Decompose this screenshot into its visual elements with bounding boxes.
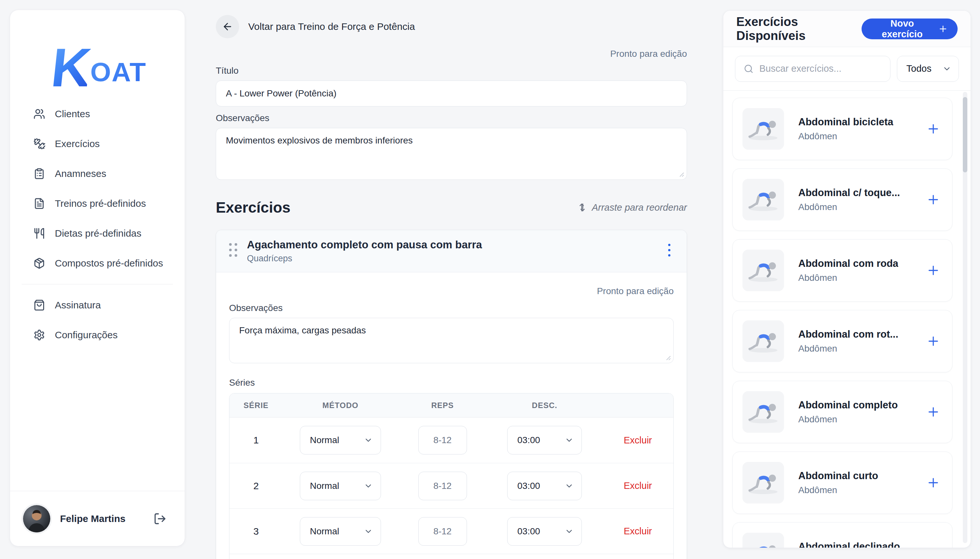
sidebar-item-label: Assinatura — [55, 299, 101, 311]
arrows-up-down-icon — [577, 202, 587, 213]
koat-logo: K OAT — [10, 10, 185, 92]
chevron-down-icon — [565, 527, 574, 536]
sidebar-item-label: Dietas pré-definidas — [55, 228, 142, 239]
muscle-filter-select[interactable]: Todos — [897, 56, 959, 82]
sidebar-item[interactable]: Configurações — [10, 320, 185, 350]
method-select[interactable]: Normal — [300, 426, 381, 455]
col-header-reps: REPS — [398, 401, 487, 410]
resize-grip-icon[interactable] — [664, 354, 671, 361]
exercise-notes-textarea[interactable]: Força máxima, cargas pesadas — [229, 318, 674, 363]
reorder-hint: Arraste para reordenar — [577, 202, 687, 213]
delete-series-button[interactable]: Excluir — [624, 526, 652, 537]
exercise-name: Abdominal c/ toque... — [798, 187, 900, 198]
delete-series-button[interactable]: Excluir — [624, 480, 652, 491]
sidebar-item[interactable]: Treinos pré-definidos — [10, 189, 185, 218]
exercise-list-item[interactable]: Abdominal com rot... Abdômen — [733, 310, 952, 372]
panel-header: Exercícios Disponíveis Novo exercício — [723, 11, 970, 47]
exercise-card: Agachamento completo com pausa com barra… — [216, 230, 687, 559]
serie-number: 1 — [229, 435, 283, 446]
add-exercise-icon[interactable] — [926, 122, 940, 136]
sidebar-item-label: Compostos pré-definidos — [55, 258, 163, 269]
chevron-down-icon — [364, 527, 373, 536]
notes-textarea[interactable]: Movimentos explosivos de membros inferio… — [216, 128, 687, 180]
exercise-name: Abdominal com roda — [798, 258, 898, 270]
back-row: Voltar para Treino de Força e Potência — [216, 15, 687, 38]
exercise-title: Agachamento completo com pausa com barra — [247, 238, 482, 251]
sidebar-item[interactable]: Clientes — [10, 99, 185, 129]
col-header-serie: SÉRIE — [229, 401, 283, 410]
user-name: Felipe Martins — [60, 513, 125, 524]
new-exercise-button[interactable]: Novo exercício — [861, 18, 958, 39]
serie-number: 2 — [229, 480, 283, 491]
settings-icon — [33, 329, 45, 341]
chevron-down-icon — [942, 64, 952, 73]
add-exercise-icon[interactable] — [926, 476, 940, 490]
exercise-name: Abdominal bicicleta — [798, 116, 893, 128]
sidebar-item[interactable]: Compostos pré-definidos — [10, 248, 185, 278]
exercise-thumbnail — [742, 391, 784, 433]
exercise-thumbnail — [742, 108, 784, 150]
exercise-list-item[interactable]: Abdominal bicicleta Abdômen — [733, 98, 952, 160]
series-row: 2 Normal 03:00 — [229, 463, 673, 508]
exercise-muscle-group: Abdômen — [798, 202, 900, 212]
delete-series-button[interactable]: Excluir — [624, 435, 652, 446]
exercise-name: Abdominal curto — [798, 470, 878, 482]
exercise-list: Abdominal bicicleta Abdômen — [723, 91, 970, 547]
exercise-list-item[interactable]: Abdominal completo Abdômen — [733, 381, 952, 443]
user-row: Felipe Martins — [10, 491, 185, 546]
exercise-name: Abdominal declinado — [798, 541, 900, 547]
search-box[interactable] — [735, 56, 891, 82]
exercise-muscle-group: Abdômen — [798, 344, 898, 354]
back-label[interactable]: Voltar para Treino de Força e Potência — [248, 21, 415, 32]
search-input[interactable] — [759, 63, 882, 74]
rest-select[interactable]: 03:00 — [507, 472, 582, 500]
sidebar-item-label: Clientes — [55, 108, 90, 119]
exercises-heading: Exercícios — [216, 198, 290, 216]
exercise-list-item[interactable]: Abdominal com roda Abdômen — [733, 239, 952, 301]
exercise-list-item[interactable]: Abdominal c/ toque... Abdômen — [733, 169, 952, 231]
back-button[interactable] — [216, 15, 239, 38]
series-table: SÉRIE MÉTODO REPS DESC. 1 Normal — [229, 393, 674, 559]
package-icon — [33, 258, 45, 269]
rest-select[interactable]: 03:00 — [507, 517, 582, 546]
exercise-list-item[interactable]: Abdominal curto Abdômen — [733, 452, 952, 514]
sidebar-item-label: Exercícios — [55, 138, 100, 149]
method-select[interactable]: Normal — [300, 517, 381, 546]
title-input[interactable] — [216, 81, 687, 106]
logo-letter-k: K — [49, 44, 91, 92]
kebab-menu-icon[interactable] — [665, 241, 674, 260]
add-exercise-icon[interactable] — [926, 405, 940, 419]
add-exercise-icon[interactable] — [926, 334, 940, 348]
utensils-icon — [33, 228, 45, 239]
reps-input[interactable] — [418, 472, 467, 500]
serie-number: 3 — [229, 526, 283, 537]
add-exercise-icon[interactable] — [926, 192, 940, 207]
scrollbar-thumb[interactable] — [963, 97, 967, 172]
exercise-name: Abdominal completo — [798, 399, 898, 411]
series-row: 1 Normal 03:00 — [229, 417, 673, 463]
reps-input[interactable] — [418, 426, 467, 455]
add-exercise-icon[interactable] — [926, 546, 940, 547]
clipboard-icon — [33, 168, 45, 180]
reps-input[interactable] — [418, 517, 467, 546]
sidebar-item[interactable]: Anamneses — [10, 159, 185, 189]
sidebar-item[interactable]: Exercícios — [10, 129, 185, 159]
exercise-muscle-group: Abdômen — [798, 485, 878, 495]
add-exercise-icon[interactable] — [926, 263, 940, 278]
exercise-status: Pronto para edição — [229, 286, 674, 296]
avatar — [23, 505, 50, 533]
panel-scrollbar[interactable] — [963, 92, 967, 543]
chevron-down-icon — [364, 436, 373, 445]
sidebar-item[interactable]: Dietas pré-definidas — [10, 218, 185, 248]
resize-grip-icon[interactable] — [677, 170, 685, 177]
arrow-left-icon — [222, 21, 233, 32]
chevron-down-icon — [364, 481, 373, 491]
rest-select[interactable]: 03:00 — [507, 426, 582, 455]
exercise-list-item[interactable]: Abdominal declinado Abdômen — [733, 522, 952, 547]
exercise-muscle-group: Abdômen — [798, 414, 898, 425]
exercise-muscle: Quadríceps — [247, 253, 482, 264]
sidebar-item[interactable]: Assinatura — [10, 290, 185, 320]
drag-handle-icon[interactable] — [229, 243, 237, 257]
method-select[interactable]: Normal — [300, 472, 381, 500]
logout-icon[interactable] — [153, 512, 167, 525]
